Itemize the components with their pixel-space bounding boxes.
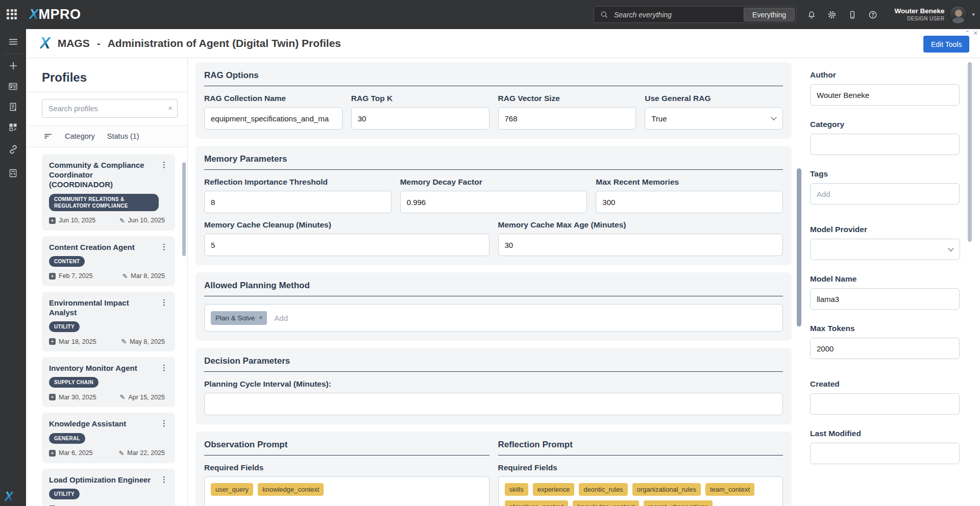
category-badge: COMMUNITY RELATIONS & REGULATORY COMPLIA… (49, 194, 159, 211)
rail-blocks-icon[interactable] (0, 118, 26, 136)
clear-search-icon[interactable]: × (168, 104, 173, 112)
divider (26, 92, 187, 92)
required-field-tag[interactable]: knowledge_context (573, 500, 639, 506)
rail-pages-icon[interactable] (0, 78, 26, 95)
required-field-tag[interactable]: team_context (705, 483, 754, 496)
card-menu-kebab-icon[interactable]: ⋮ (158, 298, 170, 317)
user-info: Wouter Beneke DESIGN USER (894, 7, 944, 21)
notifications-bell-icon[interactable] (806, 10, 817, 20)
mobile-device-icon[interactable] (847, 10, 857, 20)
edit-icon: ✎ (118, 449, 124, 457)
profile-card-list: Community & Compliance Coordinator (COOR… (26, 147, 187, 506)
card-menu-kebab-icon[interactable]: ⋮ (158, 419, 170, 428)
collapse-chevron-up-icon[interactable]: ⌃ (965, 30, 970, 37)
rail-calculator-icon[interactable] (0, 164, 26, 182)
search-scope-button[interactable]: Everything (744, 8, 795, 21)
avatar[interactable] (949, 6, 967, 24)
profiles-search: × (42, 99, 178, 118)
card-menu-kebab-icon[interactable]: ⋮ (158, 160, 170, 190)
memory-cache-max-age-input[interactable] (498, 234, 783, 256)
observation-prompt-column: Observation Prompt Required Fields user_… (204, 440, 489, 506)
filter-category[interactable]: Category (65, 132, 95, 140)
tags-input[interactable] (810, 183, 960, 205)
add-planning-method-placeholder: Add (274, 314, 288, 322)
profiles-search-input[interactable] (42, 99, 178, 118)
section-title: Reflection Prompt (498, 440, 783, 450)
rail-new-item-plus-icon[interactable] (0, 57, 26, 74)
remove-chip-icon[interactable]: × (259, 314, 262, 321)
category-badge: UTILITY (49, 489, 80, 499)
filter-icon[interactable] (43, 132, 53, 141)
profile-card-content-creation-agent[interactable]: Content Creation Agent ⋮ CONTENT +Feb 7,… (42, 236, 175, 286)
profile-card-inventory-monitor-agent[interactable]: Inventory Monitor Agent ⋮ SUPPLY CHAIN +… (42, 357, 175, 407)
observation-required-fields-box[interactable]: user_query knowledge_context (204, 476, 489, 506)
category-badge: GENERAL (49, 433, 85, 444)
required-field-tag[interactable]: objectives_context (505, 500, 569, 506)
section-divider (204, 296, 783, 296)
section-title: Decision Parameters (204, 356, 783, 366)
profile-name: Community & Compliance Coordinator (COOR… (49, 160, 158, 190)
xmpro-logo[interactable]: XMPRO (29, 7, 81, 22)
rag-collection-name-input[interactable] (204, 107, 342, 130)
author-input[interactable] (810, 84, 960, 106)
filter-status[interactable]: Status (1) (107, 132, 139, 140)
required-field-tag[interactable]: recent_observations (644, 500, 713, 506)
section-divider (204, 169, 783, 170)
max-tokens-input[interactable] (810, 338, 960, 359)
model-name-input[interactable] (810, 288, 960, 310)
required-field-tag[interactable]: skills (505, 483, 528, 496)
title-separator: - (97, 37, 101, 49)
section-memory-parameters: Memory Parameters Reflection Importance … (195, 146, 792, 265)
planning-cycle-interval-input[interactable] (204, 393, 783, 415)
required-field-tag[interactable]: deontic_rules (579, 483, 627, 496)
metadata-panel: Author Category Tags Model Provider Mode… (810, 58, 960, 506)
sidebar-toggle-hamburger-icon[interactable] (0, 33, 26, 50)
section-divider (204, 86, 783, 86)
user-caret-down-icon[interactable]: ▾ (972, 11, 975, 18)
model-provider-select[interactable] (810, 239, 960, 260)
rail-divider (4, 54, 22, 54)
max-recent-memories-input[interactable] (596, 191, 783, 213)
section-divider (204, 455, 489, 456)
profile-card-community-compliance-coordinator[interactable]: Community & Compliance Coordinator (COOR… (42, 154, 175, 231)
close-icon[interactable]: ✕ (973, 30, 978, 37)
created-input[interactable] (810, 393, 960, 415)
profile-card-environmental-impact-analyst[interactable]: Environmental Impact Analyst ⋮ UTILITY +… (42, 292, 175, 351)
reflection-importance-threshold-input[interactable] (204, 191, 391, 213)
user-menu[interactable]: Wouter Beneke DESIGN USER ▾ (894, 0, 975, 29)
profile-card-load-optimization-engineer[interactable]: Load Optimization Engineer ⋮ UTILITY +Ma… (42, 469, 175, 506)
section-allowed-planning-method: Allowed Planning Method Plan & Solve × A… (195, 272, 792, 341)
field-created: Created (810, 380, 960, 415)
rag-top-k-input[interactable] (351, 107, 489, 130)
profile-card-knowledge-assistant[interactable]: Knowledge Assistant ⋮ GENERAL +Mar 6, 20… (42, 413, 175, 463)
settings-gear-icon[interactable] (827, 10, 837, 20)
main-scrollbar-thumb[interactable] (797, 168, 801, 326)
page-scrollbar-thumb[interactable] (968, 62, 972, 242)
required-field-tag[interactable]: organizational_rules (632, 483, 701, 496)
help-icon[interactable] (868, 10, 878, 20)
use-general-rag-select[interactable]: True (645, 107, 783, 130)
planning-method-tag-input[interactable]: Plan & Solve × Add (204, 304, 783, 332)
required-field-tag[interactable]: experience (533, 483, 575, 496)
global-search-input[interactable] (613, 10, 744, 19)
mags-x-logo: X (40, 34, 51, 53)
memory-decay-factor-input[interactable] (400, 191, 587, 213)
category-input[interactable] (810, 134, 960, 155)
last-modified-input[interactable] (810, 443, 960, 464)
required-field-tag[interactable]: knowledge_context (258, 483, 324, 496)
reflection-required-fields-box[interactable]: skills experience deontic_rules organiza… (498, 476, 783, 506)
card-menu-kebab-icon[interactable]: ⋮ (158, 475, 170, 485)
app-launcher-icon[interactable] (7, 9, 18, 20)
field-observation-required-fields: Required Fields user_query knowledge_con… (204, 463, 489, 506)
rail-link-icon[interactable] (0, 141, 26, 158)
edit-icon: ✎ (122, 272, 128, 280)
profiles-heading: Profiles (42, 70, 187, 85)
rag-vector-size-input[interactable] (498, 107, 636, 130)
card-menu-kebab-icon[interactable]: ⋮ (158, 363, 170, 373)
card-menu-kebab-icon[interactable]: ⋮ (158, 242, 170, 252)
memory-cache-cleanup-input[interactable] (204, 234, 489, 256)
required-field-tag[interactable]: user_query (211, 483, 253, 496)
profiles-scrollbar-thumb[interactable] (182, 162, 186, 256)
edit-tools-button[interactable]: Edit Tools (923, 36, 969, 53)
rail-forms-icon[interactable] (0, 98, 26, 115)
